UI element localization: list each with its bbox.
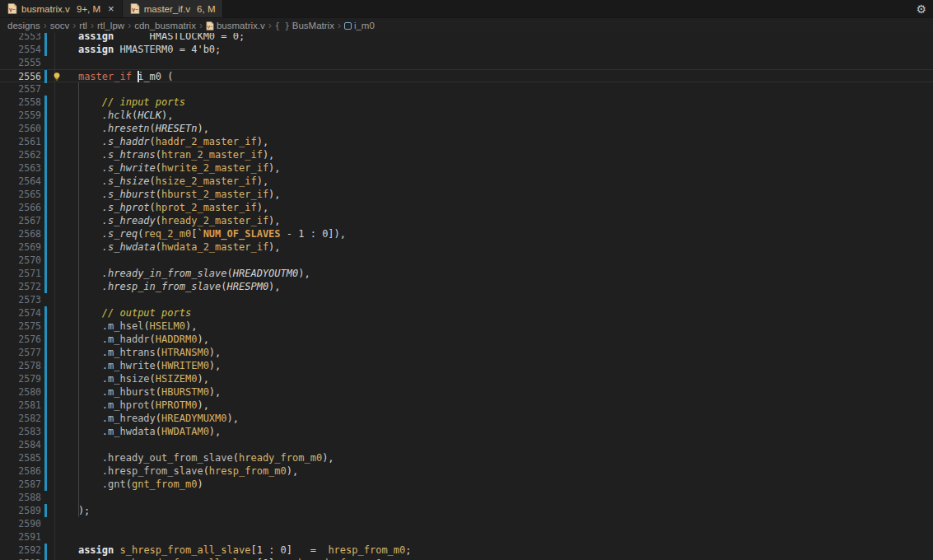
token: .m_hwrite bbox=[102, 360, 156, 371]
breadcrumb-label: i_m0 bbox=[354, 21, 375, 30]
code-line-2555[interactable]: 2555 bbox=[0, 56, 933, 69]
code-line-2560[interactable]: 2560 .hresetn(HRESETn), bbox=[0, 122, 933, 135]
code-line-2565[interactable]: 2565 .s_hburst(hburst_2_master_if), bbox=[0, 188, 933, 201]
token: ), bbox=[268, 241, 280, 253]
code-line-2580[interactable]: 2580 .m_hburst(HBURSTM0), bbox=[0, 385, 933, 399]
code-line-2586[interactable]: 2586 .hresp_from_slave(hresp_from_m0), bbox=[0, 464, 933, 478]
code-line-2592[interactable]: 2592 assign s_hresp_from_all_slave[1 : 0… bbox=[0, 544, 933, 557]
tab-busmatrix-v[interactable]: busmatrix.v 9+, M× bbox=[0, 0, 123, 17]
code-line-2577[interactable]: 2577 .m_htrans(HTRANSM0), bbox=[0, 346, 933, 359]
code-line-2578[interactable]: 2578 .m_hwrite(HWRITEM0), bbox=[0, 359, 933, 372]
breadcrumb-label: busmatrix.v bbox=[217, 21, 265, 30]
code-line-2554[interactable]: 2554 assign HMASTERM0 = 4'b0; bbox=[0, 43, 933, 56]
gutter: 2571 bbox=[0, 267, 51, 280]
code-line-2567[interactable]: 2567 .s_hready(hready_2_master_if), bbox=[0, 214, 933, 227]
gutter: 2559 bbox=[0, 109, 51, 122]
settings-gear-icon[interactable]: ⚙ bbox=[916, 2, 926, 16]
token bbox=[54, 149, 102, 161]
code-text: .hclk(HCLK), bbox=[54, 109, 174, 122]
breadcrumb-item-rtl_lpw[interactable]: rtl_lpw bbox=[97, 21, 124, 30]
code-line-2575[interactable]: 2575 .m_hsel(HSELM0), bbox=[0, 320, 933, 333]
token: assign bbox=[78, 33, 114, 42]
code-line-2570[interactable]: 2570 bbox=[0, 254, 933, 267]
tab-master_if-v[interactable]: master_if.v 6, M bbox=[123, 0, 224, 17]
code-line-2593[interactable]: 2593 assign s_hready_from_all_slave[0] =… bbox=[0, 557, 933, 560]
tab-close-icon[interactable]: × bbox=[108, 3, 114, 14]
token bbox=[54, 544, 78, 556]
token: ( bbox=[227, 268, 233, 279]
code-text: .hresetn(HRESETn), bbox=[54, 122, 209, 135]
token: hwdata_2_master_if bbox=[161, 241, 268, 253]
code-line-2590[interactable]: 2590 bbox=[0, 517, 933, 530]
code-line-2584[interactable]: 2584 bbox=[0, 438, 933, 451]
code-line-2591[interactable]: 2591 bbox=[0, 530, 933, 544]
code-line-2574[interactable]: 2574 // output ports bbox=[0, 306, 933, 320]
token: ( bbox=[126, 478, 132, 490]
code-line-2562[interactable]: 2562 .s_htrans(htran_2_master_if), bbox=[0, 148, 933, 161]
git-modified-indicator bbox=[44, 175, 47, 188]
gutter: 2580 bbox=[0, 385, 51, 399]
code-line-2582[interactable]: 2582 .m_hready(HREADYMUXM0), bbox=[0, 412, 933, 425]
gutter: 2581 bbox=[0, 399, 51, 412]
breadcrumb-item-designs[interactable]: designs bbox=[7, 21, 40, 30]
git-modified-indicator bbox=[44, 359, 47, 372]
code-text: .m_htrans(HTRANSM0), bbox=[54, 346, 221, 359]
token: ) bbox=[197, 478, 203, 490]
code-text: .m_hburst(HBURSTM0), bbox=[54, 385, 221, 399]
token: .m_hsel bbox=[102, 320, 144, 332]
token: ( bbox=[156, 189, 161, 200]
breadcrumb-item-busmatrix-v[interactable]: busmatrix.v bbox=[206, 21, 265, 30]
breadcrumb-item-rtl[interactable]: rtl bbox=[79, 21, 87, 30]
git-modified-indicator bbox=[44, 122, 47, 135]
token: s_hresp_from_all_slave bbox=[120, 544, 251, 556]
code-line-2561[interactable]: 2561 .s_haddr(haddr_2_master_if), bbox=[0, 135, 933, 148]
token: .s_htrans bbox=[102, 149, 156, 161]
indent-guide bbox=[54, 254, 55, 267]
code-line-2585[interactable]: 2585 .hready_out_from_slave(hready_from_… bbox=[0, 451, 933, 464]
line-number: 2555 bbox=[18, 56, 41, 69]
code-line-2559[interactable]: 2559 .hclk(HCLK), bbox=[0, 109, 933, 122]
code-line-2583[interactable]: 2583 .m_hwdata(HWDATAM0), bbox=[0, 425, 933, 438]
breadcrumb-item-i_m0[interactable]: i_m0 bbox=[344, 21, 375, 30]
editor-actions: ⚙ bbox=[916, 0, 926, 18]
line-number: 2569 bbox=[18, 240, 41, 254]
code-line-2572[interactable]: 2572 .hresp_in_from_slave(HRESPM0), bbox=[0, 280, 933, 293]
code-line-2587[interactable]: 2587 .gnt(gnt_from_m0) bbox=[0, 478, 933, 491]
token: HBURSTM0 bbox=[161, 386, 209, 398]
breadcrumb-item-socv[interactable]: socv bbox=[50, 21, 70, 30]
code-line-2576[interactable]: 2576 .m_haddr(HADDRM0), bbox=[0, 333, 933, 346]
code-line-2571[interactable]: 2571 .hready_in_from_slave(HREADYOUTM0), bbox=[0, 267, 933, 280]
code-editor[interactable]: 2553 assign HMASTLOCKM0 = 0;2554 assign … bbox=[0, 33, 933, 560]
git-modified-indicator bbox=[44, 214, 47, 227]
code-line-2563[interactable]: 2563 .s_hwrite(hwrite_2_master_if), bbox=[0, 161, 933, 175]
gutter: 2578 bbox=[0, 359, 51, 372]
gutter: 2555 bbox=[0, 56, 51, 69]
code-line-2557[interactable]: 2557 bbox=[0, 82, 933, 96]
code-text: assign HMASTERM0 = 4'b0; bbox=[54, 43, 221, 56]
code-line-2573[interactable]: 2573 bbox=[0, 293, 933, 306]
breadcrumb-item-BusMatrix[interactable]: { }BusMatrix bbox=[275, 21, 334, 30]
token: hburst_2_master_if bbox=[161, 189, 268, 200]
code-line-2568[interactable]: 2568 .s_req(req_2_m0[`NUM_OF_SLAVES - 1 … bbox=[0, 227, 933, 240]
token: ( bbox=[150, 175, 156, 187]
code-line-2566[interactable]: 2566 .s_hprot(hprot_2_master_if), bbox=[0, 201, 933, 214]
code-line-2553[interactable]: 2553 assign HMASTLOCKM0 = 0; bbox=[0, 33, 933, 43]
code-line-2569[interactable]: 2569 .s_hwdata(hwdata_2_master_if), bbox=[0, 240, 933, 254]
git-modified-indicator bbox=[44, 557, 47, 560]
git-modified-indicator bbox=[44, 399, 47, 412]
code-line-2579[interactable]: 2579 .m_hsize(HSIZEM0), bbox=[0, 372, 933, 385]
code-line-2589[interactable]: 2589 ); bbox=[0, 504, 933, 517]
token: ), bbox=[257, 202, 268, 213]
code-line-2556[interactable]: 2556 master_if i_m0 ( bbox=[0, 69, 933, 82]
gutter: 2567 bbox=[0, 214, 51, 227]
token: hresp_from_m0 bbox=[209, 465, 287, 477]
indent-guide bbox=[78, 438, 79, 451]
code-text: .m_hsel(HSELM0), bbox=[54, 320, 197, 333]
code-line-2581[interactable]: 2581 .m_hprot(HPROTM0), bbox=[0, 399, 933, 412]
code-line-2588[interactable]: 2588 bbox=[0, 491, 933, 504]
token: .s_hprot bbox=[102, 202, 150, 213]
breadcrumb-item-cdn_busmatrix[interactable]: cdn_busmatrix bbox=[134, 21, 196, 30]
code-line-2564[interactable]: 2564 .s_hsize(hsize_2_master_if), bbox=[0, 175, 933, 188]
code-line-2558[interactable]: 2558 // input ports bbox=[0, 96, 933, 109]
breadcrumb-separator-icon: › bbox=[90, 20, 95, 31]
